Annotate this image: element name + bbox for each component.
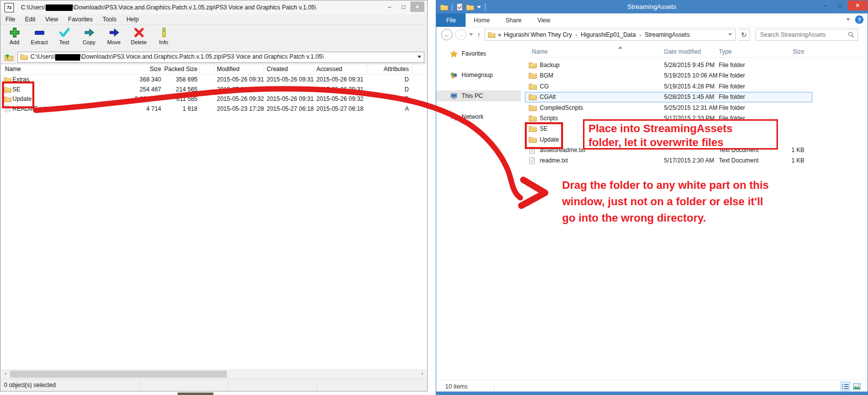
up-button[interactable]: ↑ [476,31,482,39]
delete-button[interactable]: Delete [129,25,149,50]
help-icon[interactable]: ? [855,15,864,24]
sevenzip-file-list: Name Size Packed Size Modified Created A… [1,64,427,370]
info-button[interactable]: Info [154,25,174,50]
breadcrumb-item[interactable]: HigurashiEp01_Data [581,31,636,38]
file-accessed: 2015-05-27 06:18 [316,105,364,112]
scroll-right-icon[interactable]: › [418,370,426,376]
file-name: CG [540,83,549,90]
close-button[interactable]: × [410,1,424,12]
table-row[interactable]: readme.txt 5/17/2015 2:30 AM Text Docume… [525,156,863,166]
back-button[interactable]: ← [441,29,453,40]
sevenzip-titlebar[interactable]: 7z C:\Users\\Downloads\PS3.Voice.and.Gra… [0,0,427,14]
table-row[interactable]: Extras 368 340 358 695 2015-05-26 09:31 … [1,75,427,84]
minimize-button[interactable]: – [818,0,833,10]
menu-edit[interactable]: Edit [25,16,35,23]
sidebar-item-homegroup[interactable]: Homegroup [436,70,521,80]
breadcrumb-separator: › [575,32,579,38]
test-icon [58,26,71,39]
menu-view[interactable]: View [45,16,58,23]
scroll-left-icon[interactable]: ‹ [1,370,9,376]
tab-file[interactable]: File [436,13,466,27]
add-icon [8,26,21,39]
sevenzip-app-icon: 7z [4,3,14,12]
maximize-button[interactable]: □ [396,1,410,12]
column-size[interactable]: Size [767,48,804,55]
menu-favorites[interactable]: Favorites [68,16,93,23]
address-dropdown-icon[interactable] [728,33,732,36]
sevenzip-window: 7z C:\Users\\Downloads\PS3.Voice.and.Gra… [0,0,428,392]
minimize-button[interactable]: – [383,1,396,12]
table-row[interactable]: CompiledScripts 5/25/2015 12:31 AM File … [525,103,863,113]
test-button[interactable]: Test [54,25,74,50]
taskbar-sliver [0,392,436,395]
refresh-button[interactable]: ↻ [738,29,750,41]
column-modified[interactable]: Modified [217,66,239,73]
close-button[interactable]: × [848,0,868,10]
address-combobox[interactable]: C:\Users\\Downloads\PS3.Voice.and.Graphi… [17,52,424,63]
breadcrumb-separator: › [638,32,642,38]
breadcrumb-item[interactable]: Higurashi When They Cry [504,31,572,38]
sort-ascending-icon [618,46,622,49]
sidebar-item-label: This PC [462,92,483,99]
tab-share[interactable]: Share [497,13,529,27]
column-size[interactable]: Size [103,66,161,73]
sevenzip-address-row: C:\Users\\Downloads\PS3.Voice.and.Graphi… [0,50,427,64]
sidebar-item-network[interactable]: Network [436,111,521,122]
file-date: 5/19/2015 10:06 AM [664,72,717,79]
taskbar-app-icon[interactable] [178,393,213,395]
table-row[interactable]: Update 3 896 737 811 585 2015-05-26 09:3… [1,94,427,104]
file-type: File folder [719,83,745,90]
address-bar[interactable]: « Higurashi When They Cry › HigurashiEp0… [484,29,736,41]
file-type: File folder [719,62,745,69]
menu-help[interactable]: Help [126,16,139,23]
explorer-titlebar[interactable]: | | StreamingAssets – □ × [436,0,868,13]
search-icon[interactable] [848,31,855,38]
column-accessed[interactable]: Accessed [316,66,342,73]
menu-tools[interactable]: Tools [102,16,116,23]
maximize-button[interactable]: □ [833,0,848,10]
tab-view[interactable]: View [529,13,558,27]
extract-button[interactable]: Extract [29,25,49,50]
column-created[interactable]: Created [267,66,288,73]
crumb-overflow[interactable]: « [498,31,501,38]
expand-ribbon-icon[interactable] [846,18,850,21]
column-packed-size[interactable]: Packed Size [160,66,197,73]
folder-icon [529,83,537,90]
breadcrumb-item[interactable]: StreamingAssets [645,31,690,38]
sidebar-item-this-pc[interactable]: This PC [436,90,521,101]
column-name[interactable]: Name [5,66,21,73]
sidebar-item-favorites[interactable]: Favorites [436,48,521,59]
table-row[interactable]: BGM 5/19/2015 10:06 AM File folder [525,71,863,81]
move-button[interactable]: Move [104,25,124,50]
star-icon [450,50,458,58]
table-row-selected[interactable]: CGAlt 5/28/2015 1:45 AM File folder [525,92,863,102]
copy-button[interactable]: Copy [79,25,99,50]
search-box[interactable] [756,29,858,41]
up-folder-button[interactable] [3,52,14,63]
search-input[interactable] [759,31,848,39]
scrollbar-thumb[interactable] [10,371,227,378]
file-modified: 2015-05-26 09:31 [217,86,264,93]
details-view-button[interactable] [841,382,850,391]
table-row[interactable]: Backup 5/28/2015 9:45 PM File folder [525,60,863,71]
column-name[interactable]: Name [532,48,548,55]
annotation-note-free: Drag the folder to any white part on thi… [562,177,769,226]
tab-home[interactable]: Home [466,13,497,27]
column-attributes[interactable]: Attributes [369,66,409,73]
add-button[interactable]: Add [4,25,24,50]
file-type: File folder [719,104,745,111]
table-row[interactable]: README.txt 4 714 1 918 2015-05-23 17:28 … [1,104,427,114]
folder-icon [529,104,537,111]
chevron-down-icon[interactable] [417,56,421,58]
recent-locations-icon[interactable] [469,33,473,36]
menu-file[interactable]: File [5,16,15,23]
column-type[interactable]: Type [719,48,732,55]
horizontal-scrollbar[interactable]: ‹ › [1,370,427,379]
table-row[interactable]: SE 254 467 214 565 2015-05-26 09:31 2015… [1,85,427,94]
thumbnail-view-button[interactable] [852,382,862,391]
table-row[interactable]: CG 5/19/2015 4:28 PM File folder [525,81,863,92]
items-count: 10 items [445,383,468,390]
folder-icon [529,62,537,69]
column-date-modified[interactable]: Date modified [664,48,701,55]
forward-button[interactable]: → [455,29,467,40]
